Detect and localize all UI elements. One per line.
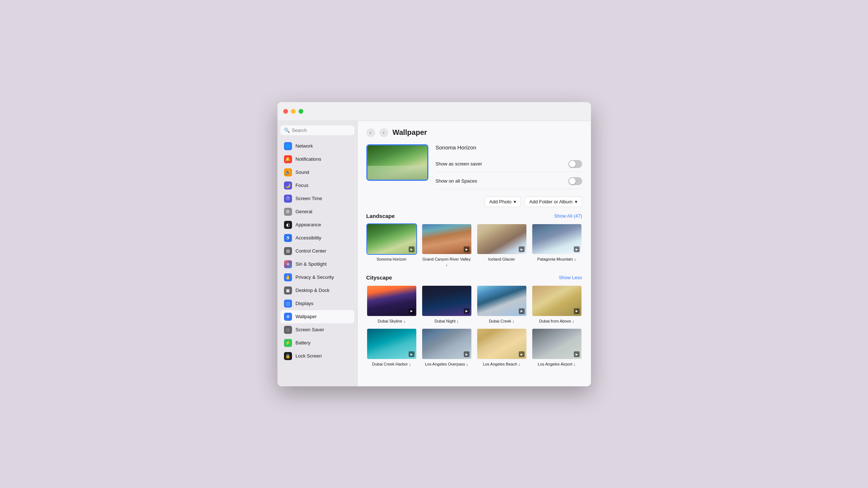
sidebar-item-siri[interactable]: ✦Siri & Spotlight	[280, 258, 354, 271]
section-landscape: LandscapeShow All (47)▶Sonoma Horizon▶Gr…	[366, 213, 582, 267]
sidebar-item-focus[interactable]: 🌙Focus	[280, 179, 354, 192]
sidebar-item-label-screensaver: Screen Saver	[296, 327, 324, 332]
show-all-button-landscape[interactable]: Show All (47)	[554, 213, 582, 219]
privacy-icon: 🤚	[284, 273, 292, 281]
sidebar-item-network[interactable]: 🌐Network	[280, 140, 354, 153]
siri-icon: ✦	[284, 260, 292, 268]
wallpaper-item-dubainight[interactable]: ▶Dubai Night ↓	[421, 285, 472, 324]
show-all-button-cityscape[interactable]: Show Less	[559, 275, 582, 280]
section-header-landscape: LandscapeShow All (47)	[366, 213, 582, 219]
add-folder-button[interactable]: Add Folder or Album ▾	[525, 196, 582, 207]
forward-button[interactable]: ›	[379, 128, 388, 137]
sidebar-item-appearance[interactable]: ◐Appearance	[280, 218, 354, 231]
close-button[interactable]	[283, 109, 288, 114]
page-title: Wallpaper	[393, 128, 427, 137]
video-badge-dubaiabove: ▶	[574, 308, 580, 314]
wallpaper-label-patagonia: Patagonia Mountain ↓	[537, 257, 576, 262]
section-header-cityscape: CityscapeShow Less	[366, 274, 582, 281]
main-panel: ‹ › Wallpaper Sonoma Horizon Show as scr…	[358, 121, 591, 386]
wallpaper-item-laoverpass[interactable]: ▶Los Angeles Overpass ↓	[421, 328, 472, 367]
wallpaper-label-dubaiabove: Dubai from Above ↓	[539, 319, 574, 324]
sidebar-item-notifications[interactable]: 🔔Notifications	[280, 153, 354, 166]
accessibility-icon: ♿	[284, 234, 292, 242]
wallpaper-thumb-dubaiabove: ▶	[532, 285, 582, 317]
sidebar-item-lockscreen[interactable]: 🔒Lock Screen	[280, 350, 354, 363]
sidebar-item-desktopdock[interactable]: ▣Desktop & Dock	[280, 284, 354, 297]
wallpaper-grid-cityscape: ▶Dubai Skyline ↓▶Dubai Night ↓▶Dubai Cre…	[366, 285, 582, 367]
video-badge-creekharbor: ▶	[409, 351, 414, 357]
wallpaper-label-iceland: Iceland Glacier	[488, 257, 515, 262]
desktopdock-icon: ▣	[284, 286, 292, 294]
sidebar-item-label-focus: Focus	[296, 183, 308, 188]
section-title-cityscape: Cityscape	[366, 274, 392, 281]
network-icon: 🌐	[284, 142, 292, 150]
section-title-landscape: Landscape	[366, 213, 395, 219]
wallpaper-item-creekharbor[interactable]: ▶Dubai Creek Harbor ↓	[366, 328, 417, 367]
wallpaper-item-grandcanyon[interactable]: ▶Grand Canyon River Valley ↓	[421, 223, 472, 267]
all-spaces-label: Show on all Spaces	[436, 178, 477, 184]
sidebar-item-controlcenter[interactable]: ⊞Control Center	[280, 245, 354, 258]
sidebar-item-sound[interactable]: 🔊Sound	[280, 166, 354, 179]
wallpaper-label-sonoma: Sonoma Horizon	[377, 257, 406, 262]
sidebar-item-label-general: General	[296, 209, 312, 214]
wallpaper-label-labeach: Los Angeles Beach ↓	[483, 362, 521, 367]
traffic-lights	[283, 109, 303, 114]
wallpaper-item-labeach[interactable]: ▶Los Angeles Beach ↓	[476, 328, 527, 367]
wallpaper-thumb-sonoma: ▶	[366, 223, 417, 255]
wallpaper-label-dubaicreek: Dubai Creek ↓	[489, 319, 514, 324]
wallpaper-item-patagonia[interactable]: ▶Patagonia Mountain ↓	[532, 223, 582, 267]
wallpaper-item-laairport[interactable]: ▶Los Angeles Airport ↓	[532, 328, 582, 367]
add-photo-button[interactable]: Add Photo ▾	[484, 196, 521, 207]
wallpaper-item-dubaicreek[interactable]: ▶Dubai Creek ↓	[476, 285, 527, 324]
search-bar[interactable]: 🔍	[280, 125, 354, 135]
all-spaces-setting-row: Show on all Spaces	[436, 173, 582, 189]
video-badge-laoverpass: ▶	[464, 351, 470, 357]
screen-saver-setting-row: Show as screen saver	[436, 156, 582, 172]
all-spaces-toggle[interactable]	[568, 177, 582, 185]
sidebar-item-displays[interactable]: ◻Displays	[280, 297, 354, 310]
wallpaper-item-dubaiskyline[interactable]: ▶Dubai Skyline ↓	[366, 285, 417, 324]
sidebar-item-label-appearance: Appearance	[296, 222, 321, 227]
add-photo-label: Add Photo	[489, 199, 511, 204]
sidebar-item-label-privacy: Privacy & Security	[296, 274, 334, 280]
sidebar-item-general[interactable]: ⚙General	[280, 205, 354, 218]
sidebar-item-wallpaper[interactable]: ❄Wallpaper	[280, 310, 354, 323]
controlcenter-icon: ⊞	[284, 247, 292, 255]
general-icon: ⚙	[284, 208, 292, 216]
sidebar-item-label-notifications: Notifications	[296, 156, 322, 162]
screen-saver-toggle[interactable]	[568, 160, 582, 168]
wallpaper-thumb-creekharbor: ▶	[366, 328, 417, 360]
wallpaper-item-iceland[interactable]: ▶Iceland Glacier	[476, 223, 527, 267]
sidebar-item-screentime[interactable]: ⏱Screen Time	[280, 192, 354, 205]
current-wallpaper-section: Sonoma Horizon Show as screen saver Show…	[366, 144, 582, 189]
back-button[interactable]: ‹	[366, 128, 375, 137]
sidebar-item-privacy[interactable]: 🤚Privacy & Security	[280, 271, 354, 284]
current-wallpaper-image	[367, 145, 427, 180]
sidebar-item-label-desktopdock: Desktop & Dock	[296, 288, 330, 293]
wallpaper-item-sonoma[interactable]: ▶Sonoma Horizon	[366, 223, 417, 267]
video-badge-dubaicreek: ▶	[519, 308, 525, 314]
wallpaper-item-dubaiabove[interactable]: ▶Dubai from Above ↓	[532, 285, 582, 324]
sidebar: 🔍 🌐Network🔔Notifications🔊Sound🌙Focus⏱Scr…	[277, 121, 358, 386]
maximize-button[interactable]	[299, 109, 303, 114]
video-badge-laairport: ▶	[574, 351, 580, 357]
wallpaper-thumb-laoverpass: ▶	[421, 328, 472, 360]
wallpaper-label-laairport: Los Angeles Airport ↓	[538, 362, 575, 367]
video-badge-dubaiskyline: ▶	[409, 308, 414, 314]
search-input[interactable]	[292, 128, 351, 133]
sidebar-item-accessibility[interactable]: ♿Accessibility	[280, 231, 354, 245]
notifications-icon: 🔔	[284, 155, 292, 163]
add-folder-label: Add Folder or Album	[529, 199, 573, 204]
sidebar-item-screensaver[interactable]: □Screen Saver	[280, 323, 354, 336]
minimize-button[interactable]	[291, 109, 296, 114]
sidebar-item-label-siri: Siri & Spotlight	[296, 261, 327, 267]
sidebar-item-battery[interactable]: ⚡Battery	[280, 336, 354, 350]
sidebar-item-label-accessibility: Accessibility	[296, 235, 322, 241]
wallpaper-thumb-grandcanyon: ▶	[421, 223, 472, 255]
sidebar-item-label-wallpaper: Wallpaper	[296, 314, 317, 319]
video-badge-grandcanyon: ▶	[464, 246, 470, 252]
wallpaper-label-creekharbor: Dubai Creek Harbor ↓	[372, 362, 411, 367]
wallpaper-label-dubainight: Dubai Night ↓	[435, 319, 459, 324]
wallpaper-thumb-laairport: ▶	[532, 328, 582, 360]
wallpaper-thumb-dubaicreek: ▶	[476, 285, 527, 317]
